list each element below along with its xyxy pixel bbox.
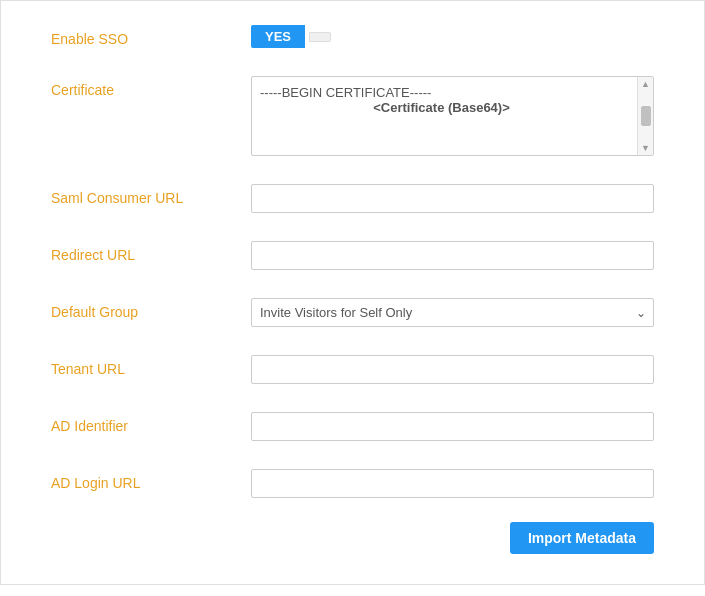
toggle-group: YES [251,25,654,48]
ad-login-url-label: AD Login URL [51,469,251,491]
tenant-url-row: Tenant URL [21,341,684,398]
saml-consumer-url-label: Saml Consumer URL [51,184,251,206]
scroll-thumb [641,106,651,126]
certificate-scrollbar[interactable]: ▲ ▼ [637,77,653,155]
sso-settings-form: Enable SSO YES Certificate -----BEGIN CE… [0,0,705,585]
certificate-label: Certificate [51,76,251,98]
default-group-label: Default Group [51,298,251,320]
ad-identifier-control [251,412,654,441]
ad-login-url-row: AD Login URL [21,455,684,512]
default-group-select[interactable]: Invite Visitors for Self Only All Visito… [251,298,654,327]
redirect-url-row: Redirect URL [21,227,684,284]
toggle-no-button[interactable] [309,32,331,42]
redirect-url-label: Redirect URL [51,241,251,263]
default-group-control: Invite Visitors for Self Only All Visito… [251,298,654,327]
import-metadata-button[interactable]: Import Metadata [510,522,654,554]
ad-identifier-row: AD Identifier [21,398,684,455]
certificate-row: Certificate -----BEGIN CERTIFICATE----- … [21,62,684,170]
tenant-url-label: Tenant URL [51,355,251,377]
certificate-textarea[interactable]: -----BEGIN CERTIFICATE----- <Certificate… [251,76,654,156]
tenant-url-control [251,355,654,384]
ad-identifier-label: AD Identifier [51,412,251,434]
redirect-url-input[interactable] [251,241,654,270]
saml-consumer-url-input[interactable] [251,184,654,213]
ad-login-url-input[interactable] [251,469,654,498]
default-group-select-wrap: Invite Visitors for Self Only All Visito… [251,298,654,327]
tenant-url-input[interactable] [251,355,654,384]
certificate-placeholder: <Certificate (Base64)> [260,100,623,115]
redirect-url-control [251,241,654,270]
ad-identifier-input[interactable] [251,412,654,441]
scroll-down-icon[interactable]: ▼ [641,143,650,153]
default-group-row: Default Group Invite Visitors for Self O… [21,284,684,341]
certificate-begin-text: -----BEGIN CERTIFICATE----- [260,85,431,100]
certificate-control: -----BEGIN CERTIFICATE----- <Certificate… [251,76,654,156]
toggle-yes-button[interactable]: YES [251,25,305,48]
enable-sso-label: Enable SSO [51,25,251,47]
enable-sso-toggle-wrap: YES [251,25,654,48]
saml-consumer-url-control [251,184,654,213]
enable-sso-row: Enable SSO YES [21,11,684,62]
certificate-content: -----BEGIN CERTIFICATE----- <Certificate… [260,85,633,115]
saml-consumer-url-row: Saml Consumer URL [21,170,684,227]
scroll-up-icon[interactable]: ▲ [641,79,650,89]
footer-row: Import Metadata [21,512,684,564]
ad-login-url-control [251,469,654,498]
